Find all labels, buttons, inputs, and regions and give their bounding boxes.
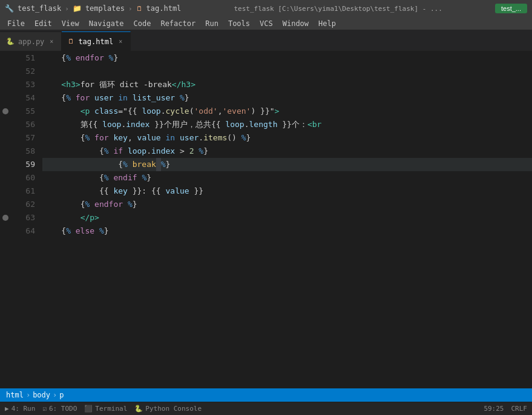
tab-label-app-py: app.py bbox=[18, 38, 44, 46]
python-icon: 🐍 bbox=[134, 405, 143, 413]
tab-label-tag-html: tag.html bbox=[78, 38, 113, 46]
run-panel-btn[interactable]: ▶ 4: Run bbox=[5, 405, 35, 413]
breadcrumb-file: tag.html bbox=[146, 4, 182, 13]
code-line-58: {% if loop.index > 2 %} bbox=[42, 145, 532, 158]
line-numbers-gutter: 51 52 53 54 55 56 57 58 59 60 61 62 63 6… bbox=[11, 51, 40, 388]
bp-space-51 bbox=[0, 51, 11, 65]
menu-vcs[interactable]: VCS bbox=[255, 17, 278, 30]
file-icon-html: 🗒 bbox=[136, 5, 143, 13]
line-num-59: 59 bbox=[11, 158, 35, 171]
menu-navigate[interactable]: Navigate bbox=[84, 17, 129, 30]
breadcrumb-body: body bbox=[33, 391, 50, 399]
bc-sep1: › bbox=[26, 391, 30, 399]
menu-file[interactable]: File bbox=[2, 17, 30, 30]
folder-icon: 📁 bbox=[73, 4, 82, 13]
breadcrumb-sep1: › bbox=[65, 5, 69, 13]
menu-refactor[interactable]: Refactor bbox=[156, 17, 200, 30]
breadcrumb-sep2: › bbox=[128, 5, 133, 13]
bp-space-60 bbox=[0, 171, 11, 185]
fold-icon-55 bbox=[2, 108, 8, 114]
run-panel-label: 4: Run bbox=[11, 405, 36, 413]
line-num-60: 60 bbox=[11, 171, 35, 185]
line-num-57: 57 bbox=[11, 131, 35, 145]
bp-space-52 bbox=[0, 65, 11, 78]
tabs-bar: 🐍 app.py × 🗒 tag.html × bbox=[0, 30, 532, 51]
code-line-56: 第{{ loop.index }}个用户，总共{{ loop.length }}… bbox=[42, 118, 532, 131]
python-console-label: Python Console bbox=[145, 405, 202, 413]
code-line-53: <h3>for 循环 dict -break</h3> bbox=[42, 78, 532, 91]
code-line-60: {% endif %} bbox=[42, 171, 532, 185]
menu-help[interactable]: Help bbox=[314, 17, 341, 30]
todo-icon: ☑ bbox=[42, 405, 47, 413]
todo-panel-btn[interactable]: ☑ 6: TODO bbox=[42, 405, 77, 413]
code-line-64: {% else %} bbox=[42, 224, 532, 238]
status-right: 59:25 CRLF bbox=[484, 405, 527, 413]
bp-55 bbox=[0, 105, 11, 118]
editor-container: 51 52 53 54 55 56 57 58 59 60 61 62 63 6… bbox=[0, 51, 532, 388]
terminal-btn[interactable]: ⬛ Terminal bbox=[84, 405, 127, 413]
menu-edit[interactable]: Edit bbox=[30, 17, 57, 30]
menu-bar: File Edit View Navigate Code Refactor Ru… bbox=[0, 17, 532, 30]
python-console-btn[interactable]: 🐍 Python Console bbox=[134, 405, 202, 413]
line-ending: CRLF bbox=[511, 405, 528, 413]
code-area[interactable]: {% endfor %} <h3>for 循环 dict -break</h3>… bbox=[40, 51, 532, 388]
tab-close-app-py[interactable]: × bbox=[48, 38, 55, 45]
menu-code[interactable]: Code bbox=[129, 17, 156, 30]
breadcrumb-templates: templates bbox=[85, 4, 125, 13]
line-num-53: 53 bbox=[11, 78, 35, 91]
line-num-52: 52 bbox=[11, 65, 35, 78]
run-button[interactable]: test_... bbox=[495, 4, 527, 13]
bp-space-61 bbox=[0, 185, 11, 198]
title-bar: 🔧 test_flask › 📁 templates › 🗒 tag.html … bbox=[0, 0, 532, 17]
code-line-57: {% for key, value in user.items() %} bbox=[42, 131, 532, 145]
bp-space-54 bbox=[0, 91, 11, 105]
tab-close-tag-html[interactable]: × bbox=[117, 38, 124, 45]
menu-window[interactable]: Window bbox=[278, 17, 314, 30]
line-num-61: 61 bbox=[11, 185, 35, 198]
breadcrumb-html: html bbox=[6, 391, 24, 399]
bp-space-64 bbox=[0, 224, 11, 238]
menu-view[interactable]: View bbox=[57, 17, 84, 30]
breadcrumb-p: p bbox=[59, 391, 64, 399]
terminal-icon: ⬛ bbox=[84, 405, 93, 413]
project-name: test_flask bbox=[18, 4, 61, 13]
tab-icon-py: 🐍 bbox=[6, 38, 15, 45]
line-num-54: 54 bbox=[11, 91, 35, 105]
project-icon: 🔧 bbox=[5, 4, 14, 13]
tab-app-py[interactable]: 🐍 app.py × bbox=[0, 31, 62, 51]
tab-tag-html[interactable]: 🗒 tag.html × bbox=[62, 31, 131, 51]
code-line-52 bbox=[42, 65, 532, 78]
line-num-58: 58 bbox=[11, 145, 35, 158]
terminal-label: Terminal bbox=[95, 405, 127, 413]
bp-space-62 bbox=[0, 198, 11, 211]
line-num-62: 62 bbox=[11, 198, 35, 211]
code-line-51: {% endfor %} bbox=[42, 51, 532, 65]
line-num-55: 55 bbox=[11, 105, 35, 118]
bp-space-56 bbox=[0, 118, 11, 131]
todo-label: 6: TODO bbox=[49, 405, 77, 413]
bottom-breadcrumb: html › body › p bbox=[0, 388, 532, 402]
breakpoint-gutter bbox=[0, 51, 11, 388]
code-line-59: {% break %} bbox=[42, 158, 532, 171]
menu-tools[interactable]: Tools bbox=[223, 17, 255, 30]
bottom-toolbar: ▶ 4: Run ☑ 6: TODO ⬛ Terminal 🐍 Python C… bbox=[0, 402, 532, 415]
line-num-64: 64 bbox=[11, 224, 35, 238]
fold-63 bbox=[0, 211, 11, 224]
line-num-51: 51 bbox=[11, 51, 35, 65]
bp-space-57 bbox=[0, 131, 11, 145]
bp-space-59 bbox=[0, 158, 11, 171]
bp-space-58 bbox=[0, 145, 11, 158]
run-icon: ▶ bbox=[5, 405, 9, 413]
tab-icon-html: 🗒 bbox=[68, 38, 74, 45]
code-line-63: </p> bbox=[42, 211, 532, 224]
fold-icon-63 bbox=[2, 215, 8, 221]
cursor-position: 59:25 bbox=[484, 405, 504, 413]
menu-run[interactable]: Run bbox=[200, 17, 223, 30]
code-line-54: {% for user in list_user %} bbox=[42, 91, 532, 105]
bp-space-53 bbox=[0, 78, 11, 91]
line-num-56: 56 bbox=[11, 118, 35, 131]
code-line-61: {{ key }}: {{ value }} bbox=[42, 185, 532, 198]
bc-sep2: › bbox=[53, 391, 57, 399]
code-line-62: {% endfor %} bbox=[42, 198, 532, 211]
title-full-path: test_flask [C:\Users\yima1\Desktop\test_… bbox=[185, 5, 491, 13]
